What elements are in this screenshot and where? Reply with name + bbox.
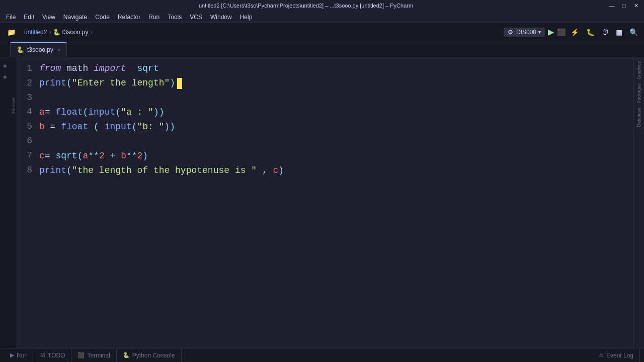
code-line-4: a= float(input("a : ")) [39, 105, 629, 120]
search-button[interactable]: 🔍 [627, 27, 640, 37]
minimize-button[interactable]: — [608, 2, 616, 10]
menu-item-window[interactable]: Window [206, 13, 236, 22]
close-button[interactable]: ✕ [632, 2, 640, 10]
title-text: untitled2 [C:\Users\t3so\PycharmProjects… [4, 3, 608, 9]
window-controls: — □ ✕ [608, 2, 640, 10]
python-console-icon: 🐍 [123, 352, 130, 358]
line-num-4: 4 [17, 105, 32, 119]
run-config[interactable]: ⚙ T3S000 ▾ [504, 28, 545, 37]
editor-area: 1 2 3 4 5 6 7 8 from math import sqrt pr… [17, 57, 633, 348]
code-line-8: print("the length of the hypotenuse is "… [39, 163, 629, 178]
right-label-packages[interactable]: Packages [636, 83, 641, 104]
token-math: math [66, 61, 88, 76]
code-line-5: b = float ( input("b: ")) [39, 120, 629, 134]
frame-button[interactable]: ▦ [614, 27, 624, 37]
token-str-a: "a : " [121, 105, 153, 120]
run-config-icon: ⚙ [508, 29, 513, 36]
right-label-database[interactable]: Database [636, 108, 641, 127]
breadcrumb-project[interactable]: untitled2 [24, 29, 47, 36]
token-str-enter: "Enter the length" [72, 76, 170, 90]
token-float-1: float [55, 105, 83, 120]
code-line-7: c= sqrt(a**2 + b**2) [39, 149, 629, 163]
tab-run[interactable]: ▶ Run [4, 348, 34, 363]
stop-button[interactable]: ⬛ [557, 28, 566, 36]
token-input-1: input [88, 105, 115, 120]
token-import: import [94, 61, 126, 76]
run-tab-label: Run [17, 352, 28, 359]
project-icon: 📁 [4, 25, 18, 39]
profile-button[interactable]: ⏱ [600, 27, 611, 37]
tab-todo[interactable]: ☑ TODO [34, 348, 71, 363]
gutter-icon-1: ◈ [1, 61, 9, 69]
line-num-2: 2 [17, 76, 32, 90]
right-panel: Graphics Packages Database [633, 57, 644, 348]
tab-terminal[interactable]: ⬛ Terminal [71, 348, 116, 363]
code-line-2: print("Enter the length") [39, 76, 629, 90]
tab-event-log[interactable]: ⚠ Event Log [593, 348, 640, 363]
file-tab-icon: 🐍 [17, 46, 24, 53]
menu-item-view[interactable]: View [38, 13, 59, 22]
todo-tab-label: TODO [48, 352, 65, 359]
title-bar: untitled2 [C:\Users\t3so\PycharmProjects… [0, 0, 644, 11]
toolbar-right: ⚙ T3S000 ▾ ▶ ⬛ ⚡ 🐛 ⏱ ▦ 🔍 [504, 27, 640, 37]
python-console-label: Python Console [132, 352, 175, 359]
terminal-tab-icon: ⬛ [77, 352, 85, 358]
breadcrumb-file: 🐍 t3sooo.py [53, 29, 88, 36]
tab-close-button[interactable]: × [57, 47, 60, 53]
line-num-6: 6 [17, 134, 32, 148]
token-str-b: "b: " [137, 120, 165, 134]
menu-item-help[interactable]: Help [236, 13, 257, 22]
code-line-6 [39, 134, 629, 149]
token-sqrt: sqrt [137, 61, 158, 76]
code-editor[interactable]: from math import sqrt print("Enter the l… [37, 57, 633, 348]
token-print-1: print [39, 76, 66, 90]
file-tab-active[interactable]: 🐍 t3sooo.py × [10, 42, 67, 57]
menu-item-run[interactable]: Run [144, 13, 164, 22]
run-button[interactable]: ▶ [548, 27, 554, 37]
debug-button[interactable]: 🐛 [584, 27, 597, 37]
breadcrumb-sep2: › [90, 29, 92, 36]
structure-panel: Structure [10, 57, 17, 348]
coverage-button[interactable]: ⚡ [569, 27, 581, 37]
gutter-icon-2: ◈ [1, 72, 9, 80]
line-num-1: 1 [17, 61, 32, 76]
tab-python-console[interactable]: 🐍 Python Console [117, 348, 182, 363]
event-log-icon: ⚠ [599, 352, 604, 358]
token-var-b: b [39, 120, 45, 134]
menu-item-tools[interactable]: Tools [164, 13, 186, 22]
token-sqrt-2: sqrt [55, 149, 77, 163]
menu-item-code[interactable]: Code [91, 13, 114, 22]
menu-item-refactor[interactable]: Refactor [114, 13, 144, 22]
structure-label[interactable]: Structure [11, 98, 16, 114]
line-num-5: 5 [17, 119, 32, 134]
main-layout: ◈ ◈ Structure 1 2 3 4 5 6 7 8 from math … [0, 57, 644, 348]
line-num-3: 3 [17, 90, 32, 105]
right-label-graphics[interactable]: Graphics [636, 61, 641, 79]
event-log-label: Event Log [606, 352, 633, 359]
menu-item-vcs[interactable]: VCS [186, 13, 206, 22]
run-config-dropdown[interactable]: ▾ [538, 29, 541, 35]
maximize-button[interactable]: □ [620, 2, 628, 10]
breadcrumb: untitled2 › 🐍 t3sooo.py › [24, 29, 92, 36]
menu-bar: FileEditViewNavigateCodeRefactorRunTools… [0, 11, 644, 23]
menu-item-navigate[interactable]: Navigate [59, 13, 91, 22]
token-float-2: float [61, 120, 88, 134]
toolbar: 📁 untitled2 › 🐍 t3sooo.py › ⚙ T3S000 ▾ ▶… [0, 23, 644, 41]
token-input-2: input [105, 120, 132, 134]
bottom-panel: ▶ Run ☑ TODO ⬛ Terminal 🐍 Python Console… [0, 348, 644, 362]
token-print-2: print [39, 163, 66, 178]
menu-item-file[interactable]: File [2, 13, 20, 22]
token-var-a: a [39, 105, 45, 120]
code-line-1: from math import sqrt [39, 61, 629, 76]
token-var-c: c [39, 149, 45, 163]
file-tabs: 🐍 t3sooo.py × [0, 41, 644, 57]
line-numbers: 1 2 3 4 5 6 7 8 [17, 57, 37, 348]
menu-item-edit[interactable]: Edit [20, 13, 38, 22]
token-var-c2: c [273, 163, 279, 178]
file-tab-label: t3sooo.py [27, 46, 53, 53]
token-str-hypot: "the length of the hypotenuse is " [72, 163, 257, 178]
text-cursor [177, 78, 182, 89]
left-gutter: ◈ ◈ [0, 57, 10, 348]
run-config-label: T3S000 [515, 29, 536, 36]
todo-tab-icon: ☑ [40, 352, 45, 358]
